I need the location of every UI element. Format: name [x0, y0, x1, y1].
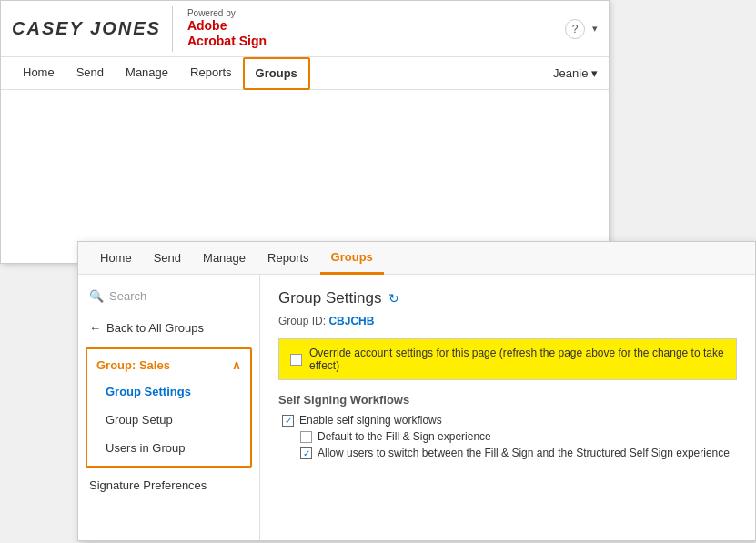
popup-nav-groups[interactable]: Groups	[320, 242, 384, 275]
popup-nav-send[interactable]: Send	[143, 242, 192, 275]
popup-search-label: Search	[109, 289, 146, 303]
nav-user[interactable]: Jeanie ▾	[553, 66, 598, 80]
group-sales-header[interactable]: Group: Sales ∧	[87, 353, 250, 377]
back-arrow-icon: ←	[89, 321, 101, 335]
group-sales-section: Group: Sales ∧ Group Settings Group Setu…	[86, 347, 252, 468]
search-icon: 🔍	[89, 289, 104, 303]
group-id-label: Group ID:	[278, 315, 326, 327]
main-window: CASEY JONES Powered by Adobe Acrobat Sig…	[0, 0, 610, 264]
adobe-line2: Acrobat Sign	[187, 34, 267, 49]
popup-window: Home Send Manage Reports Groups 🔍 Search…	[77, 241, 756, 541]
group-sales-label: Group: Sales	[96, 358, 170, 372]
popup-subitem-group-setup[interactable]: Group Setup	[87, 406, 250, 434]
adobe-branding: Powered by Adobe Acrobat Sign	[184, 8, 267, 49]
enable-self-signing-checkbox[interactable]: ✓	[282, 415, 294, 427]
popup-page-title: Group Settings ↻	[278, 289, 737, 307]
back-to-all-groups[interactable]: ← Back to All Groups	[78, 316, 259, 340]
popup-sidebar: 🔍 Search ← Back to All Groups Group: Sal…	[78, 275, 260, 540]
default-fill-sign-label: Default to the Fill & Sign experience	[318, 430, 491, 443]
popup-nav-reports[interactable]: Reports	[257, 242, 320, 275]
checkbox-allow-switch: ✓ Allow users to switch between the Fill…	[278, 447, 737, 459]
default-fill-sign-checkbox[interactable]	[300, 431, 312, 443]
popup-subitem-group-settings[interactable]: Group Settings	[87, 377, 250, 406]
checkbox-default-fill-sign: Default to the Fill & Sign experience	[278, 430, 737, 443]
main-nav: Home Send Manage Reports Groups Jeanie ▾	[1, 57, 609, 90]
powered-by-label: Powered by	[187, 8, 267, 18]
header-right: ? ▾	[565, 19, 598, 39]
popup-nav-home[interactable]: Home	[89, 242, 143, 275]
logo-area: CASEY JONES	[12, 6, 173, 52]
popup-nav: Home Send Manage Reports Groups	[78, 242, 755, 275]
help-button[interactable]: ?	[565, 19, 585, 39]
checkbox-enable-self-signing: ✓ Enable self signing workflows	[278, 414, 737, 427]
nav-manage[interactable]: Manage	[115, 57, 179, 90]
override-banner: Override account settings for this page …	[278, 338, 737, 380]
adobe-line1: Adobe	[187, 18, 267, 34]
nav-groups[interactable]: Groups	[243, 57, 310, 90]
nav-home[interactable]: Home	[12, 57, 66, 90]
override-text: Override account settings for this page …	[309, 347, 725, 372]
self-signing-title: Self Signing Workflows	[278, 393, 737, 407]
nav-reports[interactable]: Reports	[179, 57, 243, 90]
popup-nav-manage[interactable]: Manage	[192, 242, 257, 275]
popup-main-content: Group Settings ↻ Group ID: CBJCHB Overri…	[260, 275, 755, 540]
top-header: CASEY JONES Powered by Adobe Acrobat Sig…	[1, 1, 609, 57]
popup-refresh-icon[interactable]: ↻	[388, 291, 399, 306]
popup-sidebar-signature-prefs[interactable]: Signature Preferences	[78, 471, 259, 499]
group-id-row: Group ID: CBJCHB	[278, 315, 737, 327]
popup-subitem-users-in-group[interactable]: Users in Group	[87, 434, 250, 462]
nav-send[interactable]: Send	[66, 57, 115, 90]
allow-switch-label: Allow users to switch between the Fill &…	[318, 447, 730, 459]
popup-body: 🔍 Search ← Back to All Groups Group: Sal…	[78, 275, 755, 540]
back-label: Back to All Groups	[106, 321, 204, 335]
help-dropdown-icon[interactable]: ▾	[592, 23, 598, 35]
popup-search[interactable]: 🔍 Search	[78, 284, 259, 308]
override-checkbox[interactable]	[290, 354, 302, 366]
company-logo: CASEY JONES	[12, 18, 161, 39]
enable-self-signing-label: Enable self signing workflows	[299, 414, 442, 427]
self-signing-section: Self Signing Workflows ✓ Enable self sig…	[278, 393, 737, 459]
allow-switch-checkbox[interactable]: ✓	[300, 447, 312, 459]
chevron-up-icon: ∧	[232, 358, 241, 372]
group-id-value: CBJCHB	[328, 315, 374, 327]
